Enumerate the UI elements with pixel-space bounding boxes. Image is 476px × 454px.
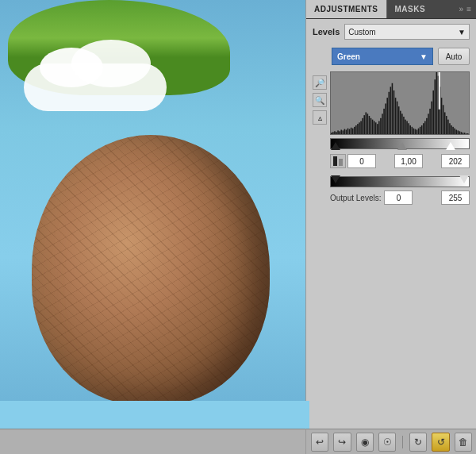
tab-adjustments[interactable]: ADJUSTMENTS bbox=[306, 0, 386, 18]
tab-masks[interactable]: MASKS bbox=[387, 0, 434, 18]
bottom-sky bbox=[0, 401, 309, 429]
eyedropper-white-btn[interactable]: ▵ bbox=[313, 110, 327, 125]
channel-dropdown[interactable]: Green ▼ bbox=[332, 48, 433, 65]
levels-header: Levels Custom ▼ bbox=[306, 19, 476, 44]
black-input-value[interactable]: 0 bbox=[347, 154, 376, 168]
eyedropper-black-btn[interactable]: 🔎 bbox=[313, 75, 327, 90]
doll-head-shape bbox=[32, 135, 270, 405]
svg-rect-0 bbox=[333, 156, 337, 166]
levels-label: Levels bbox=[313, 27, 340, 37]
canvas-bottom-bar bbox=[0, 429, 305, 454]
input-levels-slider[interactable] bbox=[330, 138, 470, 149]
refresh-button[interactable]: ↺ bbox=[432, 433, 449, 452]
delete-button[interactable]: 🗑 bbox=[455, 433, 472, 452]
output-levels-slider[interactable] bbox=[330, 176, 470, 187]
svg-rect-1 bbox=[339, 159, 343, 166]
doll-head bbox=[16, 71, 286, 405]
eyedropper-mid-btn[interactable]: 🔍 bbox=[313, 93, 327, 107]
mid-input-value[interactable]: 1,00 bbox=[394, 154, 423, 168]
dropdown-arrow-icon: ▼ bbox=[458, 28, 466, 37]
crack-overlay bbox=[32, 135, 270, 405]
next-state-button[interactable]: ↪ bbox=[333, 433, 351, 452]
panel-bottom-toolbar: ↩ ↪ ◉ ☉ ↻ ↺ 🗑 bbox=[306, 429, 476, 454]
midpoint-handle[interactable] bbox=[397, 142, 407, 150]
output-levels-label: Output Levels: bbox=[330, 194, 381, 202]
preset-value: Custom bbox=[348, 28, 375, 37]
canvas-area bbox=[0, 0, 309, 429]
eyedropper-tools: 🔎 🔍 ▵ bbox=[313, 75, 327, 125]
reset-button[interactable]: ↻ bbox=[409, 433, 427, 452]
channel-arrow-icon: ▼ bbox=[420, 52, 428, 61]
output-values-row: Output Levels: 0 255 bbox=[306, 189, 476, 208]
menu-icon[interactable]: ≡ bbox=[466, 5, 471, 13]
visibility-button[interactable]: ☉ bbox=[378, 433, 396, 452]
auto-button[interactable]: Auto bbox=[438, 48, 470, 65]
auto-levels-icon[interactable] bbox=[330, 154, 346, 168]
output-white-handle[interactable] bbox=[459, 175, 469, 183]
preset-dropdown[interactable]: Custom ▼ bbox=[344, 24, 470, 40]
panel-tab-icons: » ≡ bbox=[459, 0, 476, 18]
adjustments-panel: ADJUSTMENTS MASKS » ≡ Levels Custom ▼ Gr… bbox=[305, 0, 476, 454]
canvas-image bbox=[0, 0, 309, 429]
forward-icon[interactable]: » bbox=[459, 5, 464, 13]
toolbar-separator bbox=[402, 436, 403, 448]
output-white-value[interactable]: 255 bbox=[441, 190, 470, 205]
view-button[interactable]: ◉ bbox=[356, 433, 374, 452]
white-point-handle[interactable] bbox=[446, 142, 455, 150]
output-black-handle[interactable] bbox=[331, 175, 340, 183]
black-point-handle[interactable] bbox=[331, 142, 340, 150]
white-input-value[interactable]: 202 bbox=[441, 154, 470, 168]
cloud bbox=[24, 63, 167, 111]
histogram-canvas bbox=[331, 72, 469, 134]
channel-row: Green ▼ Auto bbox=[306, 44, 476, 68]
panel-tabs: ADJUSTMENTS MASKS » ≡ bbox=[306, 0, 476, 19]
input-values-row: 0 1,00 202 bbox=[306, 151, 476, 171]
histogram bbox=[330, 71, 470, 135]
output-black-value[interactable]: 0 bbox=[384, 190, 413, 205]
channel-value: Green bbox=[337, 52, 360, 61]
prev-state-button[interactable]: ↩ bbox=[311, 433, 328, 452]
